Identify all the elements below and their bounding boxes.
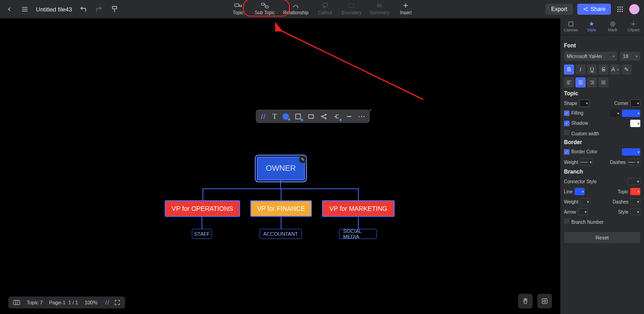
svg-rect-58 [295, 114, 300, 119]
branch-number-checkbox[interactable] [564, 218, 569, 224]
font-family-select[interactable]: Microsoft YaHei▾ [564, 52, 617, 61]
status-topic[interactable]: Topic 7 [27, 300, 43, 305]
align-left-button[interactable] [564, 77, 574, 87]
svg-point-22 [621, 6, 623, 8]
ft-border-icon[interactable] [294, 113, 302, 120]
filename[interactable]: Untitled file43 [36, 6, 72, 13]
shadow-checkbox[interactable]: ✓ [564, 121, 569, 126]
ft-fill-icon[interactable] [282, 113, 289, 120]
svg-line-19 [585, 10, 586, 11]
node-accountant[interactable]: ACCOUNTANT [259, 229, 302, 239]
node-owner[interactable]: OWNER [257, 157, 305, 180]
svg-rect-5 [240, 5, 242, 6]
boundary-icon [348, 2, 355, 9]
topbar-left: Untitled file43 [5, 5, 119, 14]
undo-icon[interactable] [79, 5, 88, 14]
format-painter-icon[interactable] [110, 5, 119, 14]
redo-icon[interactable] [94, 5, 104, 14]
svg-point-20 [617, 6, 619, 8]
svg-point-16 [586, 7, 587, 8]
tool-relationship[interactable]: Relationship [283, 2, 309, 15]
ft-link-icon[interactable] [320, 113, 328, 120]
menu-icon[interactable] [20, 5, 29, 14]
insert-icon [402, 2, 409, 9]
font-size-select[interactable]: 18▾ [620, 52, 640, 61]
status-page[interactable]: Page-1 1 / 1 [49, 300, 78, 305]
reset-button[interactable]: Reset [564, 232, 640, 243]
node-vp-finance[interactable]: VP for FINANCE [250, 200, 312, 217]
ft-close-icon[interactable]: × [369, 108, 372, 113]
fill-pattern-select[interactable]: ▾ [610, 110, 620, 117]
tab-canvas[interactable]: Canvas [560, 18, 581, 35]
fullscreen-icon[interactable] [114, 299, 121, 306]
ft-branch-icon[interactable] [333, 113, 340, 120]
avatar[interactable] [629, 4, 639, 14]
custom-width-checkbox[interactable] [564, 130, 569, 135]
line-color-select[interactable]: ▾ [575, 188, 585, 195]
hand-tool-button[interactable] [518, 294, 533, 308]
tool-boundary[interactable]: Boundary [342, 2, 362, 15]
align-center-button[interactable] [575, 77, 586, 87]
svg-point-8 [322, 3, 328, 7]
status-zoom[interactable]: 100% [85, 300, 98, 305]
svg-line-18 [585, 8, 586, 9]
svg-rect-6 [261, 3, 264, 6]
border-color-select[interactable]: ▾ [622, 148, 640, 156]
svg-point-27 [620, 11, 621, 12]
ft-ai-icon[interactable] [259, 113, 267, 120]
fill-color-select[interactable]: ▾ [622, 110, 640, 117]
export-button[interactable]: Export [546, 4, 573, 15]
pin-icon[interactable]: ✎ [299, 156, 306, 163]
branch-dashes-select[interactable]: ▾ [630, 198, 640, 205]
canvas[interactable]: OWNER ✎ VP for OPERATIONS VP for FINANCE… [0, 18, 560, 296]
border-section-title: Border [564, 139, 640, 145]
node-vp-marketing[interactable]: VP for MARKETING [322, 200, 395, 217]
tab-clipart[interactable]: Clipart [623, 18, 644, 35]
theme-icon[interactable] [104, 299, 110, 306]
connector-style-select[interactable]: ▾ [627, 178, 640, 185]
branch-topic-color-select[interactable]: ▾ [630, 188, 640, 195]
tab-mark[interactable]: Mark [602, 18, 623, 35]
tab-style[interactable]: Style [581, 18, 603, 35]
border-dashes-select[interactable]: ▾ [627, 158, 640, 166]
border-weight-select[interactable]: ▾ [580, 158, 593, 166]
italic-button[interactable]: I [575, 64, 586, 75]
ft-text-icon[interactable]: T [272, 112, 277, 121]
map-view-icon[interactable] [13, 299, 20, 306]
ft-more-icon[interactable]: ⋯ [358, 112, 366, 121]
topic-icon [234, 2, 242, 9]
connector [280, 180, 281, 188]
ft-rect-icon[interactable] [307, 113, 315, 120]
clipart-icon [630, 21, 637, 27]
tool-insert[interactable]: Insert [397, 2, 414, 15]
strikethrough-button[interactable]: S [598, 64, 609, 75]
svg-point-61 [325, 114, 326, 115]
back-icon[interactable] [5, 5, 14, 14]
bold-button[interactable]: B [564, 64, 574, 75]
share-button[interactable]: Share [577, 4, 611, 15]
fit-view-button[interactable] [537, 294, 552, 308]
node-vp-operations[interactable]: VP for OPERATIONS [165, 200, 240, 217]
branch-arrow-select[interactable]: ▾ [578, 208, 588, 215]
shadow-color-select[interactable]: ▾ [630, 120, 640, 127]
apps-icon[interactable] [615, 5, 625, 14]
border-color-checkbox[interactable]: ✓ [564, 149, 569, 155]
svg-point-25 [621, 9, 623, 10]
corner-select[interactable]: ▾ [630, 99, 640, 107]
tool-topic[interactable]: Topic [230, 2, 247, 15]
tool-summary[interactable]: Summary [369, 2, 389, 15]
node-social-media[interactable]: SOCIAL MEDIA [339, 229, 377, 239]
underline-button[interactable]: U [587, 64, 597, 75]
shape-select[interactable]: ▾ [579, 99, 589, 107]
align-right-button[interactable] [587, 77, 597, 87]
tool-callout[interactable]: Callout [317, 2, 334, 15]
filling-checkbox[interactable]: ✓ [564, 110, 569, 116]
node-staff[interactable]: STAFF [192, 229, 212, 239]
align-justify-button[interactable] [598, 77, 609, 87]
font-color-button[interactable]: A▾ [610, 64, 620, 75]
branch-style-select[interactable]: ▾ [630, 208, 640, 215]
highlight-button[interactable]: ✎ [621, 64, 632, 75]
tool-subtopic[interactable]: Sub Topic [255, 2, 275, 15]
branch-weight-select[interactable]: ▾ [580, 198, 590, 205]
ft-minus-icon[interactable] [346, 113, 352, 120]
